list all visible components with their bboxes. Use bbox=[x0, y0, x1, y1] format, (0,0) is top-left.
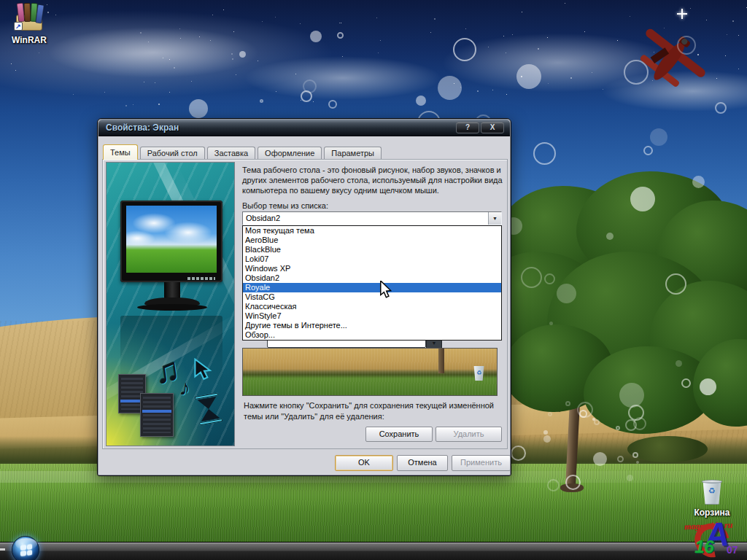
themes-tab-page: ♫ ♪ Тема рабочего стола - это фоновый ри… bbox=[102, 159, 508, 449]
bokeh-circle bbox=[619, 383, 644, 408]
theme-preview-panel: ♫ ♪ bbox=[106, 162, 235, 446]
star bbox=[378, 52, 379, 53]
theme-list-item[interactable]: WinStyle7 bbox=[243, 311, 501, 321]
star bbox=[617, 40, 618, 41]
star bbox=[174, 67, 175, 69]
theme-list-item[interactable]: Другие темы в Интернете... bbox=[243, 321, 501, 330]
recycle-bin-icon: ♻ bbox=[701, 480, 723, 506]
bokeh-circle bbox=[416, 96, 426, 106]
tab-screensaver[interactable]: Заставка bbox=[207, 147, 255, 160]
delete-button[interactable]: Удалить bbox=[436, 427, 502, 442]
theme-list-item[interactable]: AeroBlue bbox=[243, 236, 501, 245]
theme-list-item[interactable]: Loki07 bbox=[243, 254, 501, 264]
window-titlebar[interactable]: Свойства: Экран ? X bbox=[98, 120, 510, 136]
theme-combobox[interactable]: Obsidan2 ▼ bbox=[242, 211, 502, 225]
star bbox=[488, 47, 489, 47]
save-button[interactable]: Сохранить bbox=[365, 427, 433, 442]
music-note-small-icon: ♪ bbox=[178, 375, 191, 400]
start-button[interactable] bbox=[12, 536, 39, 560]
icon-label: WinRAR bbox=[6, 35, 53, 45]
star bbox=[39, 52, 39, 53]
star bbox=[236, 74, 236, 75]
desktop-icon-winrar[interactable]: ↗ WinRAR bbox=[6, 3, 53, 45]
star bbox=[630, 16, 630, 17]
star bbox=[301, 100, 301, 101]
desktop-icon-recycle-bin[interactable]: ♻ Корзина bbox=[688, 480, 736, 518]
theme-list-item[interactable]: Моя текущая тема bbox=[243, 226, 501, 236]
star bbox=[73, 94, 74, 95]
bokeh-circle bbox=[544, 273, 555, 284]
theme-list-item[interactable]: Обзор... bbox=[243, 330, 501, 340]
star bbox=[104, 92, 105, 93]
tab-strip: ТемыРабочий столЗаставкаОформлениеПараме… bbox=[103, 144, 382, 160]
theme-list-item[interactable]: Obsidan2 bbox=[243, 273, 501, 283]
sample-wallpaper: ♻ bbox=[242, 348, 498, 396]
bokeh-circle bbox=[665, 273, 686, 295]
theme-list-item[interactable]: Классическая bbox=[243, 302, 501, 311]
bokeh-circle bbox=[328, 100, 337, 109]
star bbox=[262, 21, 263, 22]
theme-list-item[interactable]: Royale bbox=[243, 283, 501, 292]
tab-appearance[interactable]: Оформление bbox=[258, 147, 322, 160]
recycle-symbol-icon: ♻ bbox=[701, 486, 723, 496]
star bbox=[140, 32, 142, 34]
tab-settings[interactable]: Параметры bbox=[324, 147, 382, 160]
star bbox=[275, 17, 276, 18]
star bbox=[55, 15, 56, 15]
star bbox=[341, 23, 341, 23]
taskbar[interactable]: ! × bbox=[0, 542, 747, 560]
ok-button[interactable]: OK bbox=[335, 455, 393, 471]
bokeh-circle bbox=[617, 456, 624, 462]
star bbox=[11, 63, 12, 64]
combobox-dropdown-arrow-icon[interactable]: ▼ bbox=[488, 212, 501, 225]
winrar-icon: ↗ bbox=[10, 3, 48, 34]
star bbox=[169, 92, 170, 93]
star bbox=[506, 52, 506, 53]
star bbox=[300, 23, 301, 24]
bokeh-circle bbox=[577, 402, 593, 418]
star bbox=[212, 15, 213, 15]
bokeh-circle bbox=[547, 479, 560, 491]
music-note-icon: ♫ bbox=[152, 349, 182, 392]
star bbox=[342, 56, 343, 57]
star bbox=[430, 32, 431, 33]
tab-desktop[interactable]: Рабочий стол bbox=[140, 147, 205, 160]
help-button[interactable]: ? bbox=[456, 122, 479, 133]
theme-list-item[interactable]: VistaCG bbox=[243, 292, 501, 302]
star bbox=[169, 59, 170, 60]
star bbox=[690, 8, 691, 9]
star bbox=[125, 105, 127, 106]
theme-list-label: Выбор темы из списка: bbox=[242, 201, 328, 210]
bokeh-circle bbox=[593, 452, 607, 466]
bokeh-circle bbox=[511, 446, 526, 461]
star bbox=[584, 31, 585, 32]
bokeh-circle bbox=[677, 36, 696, 55]
sample-recycle-bin-icon: ♻ bbox=[473, 366, 484, 381]
star bbox=[506, 94, 507, 95]
theme-list-item[interactable]: BlackBlue bbox=[243, 245, 501, 254]
cancel-button[interactable]: Отмена bbox=[397, 455, 448, 471]
cursor-art-icon bbox=[193, 358, 217, 383]
star bbox=[210, 40, 211, 41]
taskbar-notch bbox=[0, 548, 5, 551]
close-button[interactable]: X bbox=[481, 122, 504, 133]
star bbox=[339, 23, 340, 23]
bokeh-circle bbox=[549, 322, 553, 325]
star bbox=[144, 82, 144, 82]
star bbox=[738, 35, 739, 36]
bokeh-circle bbox=[438, 76, 462, 100]
theme-list-item[interactable]: Windows XP bbox=[243, 264, 501, 273]
bokeh-circle bbox=[260, 99, 263, 103]
theme-sample-preview: ▼ ♻ bbox=[242, 337, 498, 396]
star bbox=[538, 48, 539, 50]
tab-themes[interactable]: Темы bbox=[103, 144, 138, 160]
star bbox=[492, 90, 493, 90]
apply-button[interactable]: Применить bbox=[452, 455, 511, 471]
star bbox=[376, 18, 377, 18]
star bbox=[180, 38, 181, 39]
star bbox=[716, 78, 717, 79]
bokeh-circle bbox=[676, 360, 682, 367]
star bbox=[434, 18, 436, 20]
star bbox=[258, 61, 258, 61]
star bbox=[163, 58, 163, 58]
